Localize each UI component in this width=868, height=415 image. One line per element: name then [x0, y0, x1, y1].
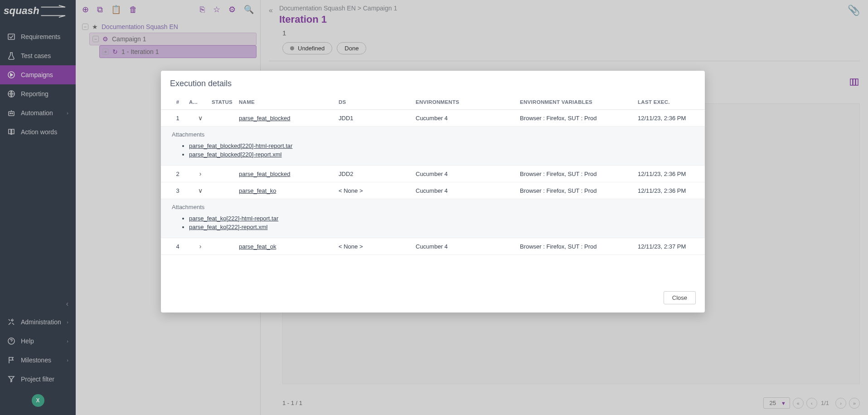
- attachment-item: parse_feat_blocked[220]-html-report.tar: [189, 142, 694, 150]
- row-num: 1: [166, 115, 189, 122]
- attachment-link[interactable]: parse_feat_blocked[220]-report.xml: [189, 151, 282, 158]
- env-cell: Cucumber 4: [416, 171, 520, 177]
- execution-name-link[interactable]: parse_feat_ko: [239, 187, 276, 194]
- attachment-item: parse_feat_blocked[220]-report.xml: [189, 150, 694, 159]
- last-exec-cell: 12/11/23, 2:37 PM: [638, 243, 710, 250]
- attachment-link[interactable]: parse_feat_ko[222]-html-report.tar: [189, 215, 278, 222]
- attachment-link[interactable]: parse_feat_blocked[220]-html-report.tar: [189, 142, 292, 149]
- table-row: 4›parse_feat_ok< None >Cucumber 4Browser…: [161, 238, 705, 255]
- col-last: LAST EXEC.: [638, 99, 710, 105]
- col-envvars: ENVIRONMENT VARIABLES: [520, 99, 638, 105]
- attachment-link[interactable]: parse_feat_ko[222]-report.xml: [189, 224, 267, 230]
- chevron-down-icon[interactable]: ∨: [189, 114, 212, 122]
- name-cell: parse_feat_blocked: [239, 171, 339, 177]
- table-row: 1∨parse_feat_blockedJDD1Cucumber 4Browse…: [161, 110, 705, 127]
- ds-cell: JDD1: [339, 115, 416, 122]
- attachments-block: Attachmentsparse_feat_ko[222]-html-repor…: [161, 199, 705, 238]
- name-cell: parse_feat_ok: [239, 243, 339, 250]
- env-cell: Cucumber 4: [416, 187, 520, 194]
- modal-title: Execution details: [161, 71, 705, 95]
- table-row: 2›parse_feat_blockedJDD2Cucumber 4Browse…: [161, 166, 705, 182]
- col-num: #: [166, 99, 189, 105]
- col-env: ENVIRONMENTS: [416, 99, 520, 105]
- ds-cell: < None >: [339, 243, 416, 250]
- row-num: 4: [166, 243, 189, 250]
- env-cell: Cucumber 4: [416, 243, 520, 250]
- envvars-cell: Browser : Firefox, SUT : Prod: [520, 171, 638, 177]
- modal-footer: Close: [161, 255, 705, 306]
- execution-name-link[interactable]: parse_feat_blocked: [239, 115, 290, 122]
- row-num: 2: [166, 171, 189, 177]
- row-num: 3: [166, 187, 189, 194]
- chevron-down-icon[interactable]: ∨: [189, 187, 212, 194]
- chevron-right-icon[interactable]: ›: [189, 243, 212, 250]
- close-button[interactable]: Close: [664, 291, 696, 304]
- table-body: 1∨parse_feat_blockedJDD1Cucumber 4Browse…: [161, 110, 705, 255]
- envvars-cell: Browser : Firefox, SUT : Prod: [520, 115, 638, 122]
- table-row: 3∨parse_feat_ko< None >Cucumber 4Browser…: [161, 182, 705, 199]
- name-cell: parse_feat_blocked: [239, 115, 339, 122]
- env-cell: Cucumber 4: [416, 115, 520, 122]
- last-exec-cell: 12/11/23, 2:36 PM: [638, 115, 710, 122]
- attachments-label: Attachments: [172, 131, 694, 138]
- name-cell: parse_feat_ko: [239, 187, 339, 194]
- attachment-item: parse_feat_ko[222]-report.xml: [189, 223, 694, 231]
- ds-cell: JDD2: [339, 171, 416, 177]
- attachments-block: Attachmentsparse_feat_blocked[220]-html-…: [161, 127, 705, 166]
- execution-name-link[interactable]: parse_feat_ok: [239, 243, 276, 250]
- chevron-right-icon[interactable]: ›: [189, 170, 212, 177]
- execution-name-link[interactable]: parse_feat_blocked: [239, 171, 290, 177]
- execution-table: # A... STATUS NAME DS ENVIRONMENTS ENVIR…: [161, 95, 705, 255]
- envvars-cell: Browser : Firefox, SUT : Prod: [520, 187, 638, 194]
- last-exec-cell: 12/11/23, 2:36 PM: [638, 171, 710, 177]
- attachment-item: parse_feat_ko[222]-html-report.tar: [189, 214, 694, 223]
- table-header: # A... STATUS NAME DS ENVIRONMENTS ENVIR…: [161, 95, 705, 110]
- execution-details-modal: Execution details # A... STATUS NAME DS …: [161, 71, 705, 312]
- ds-cell: < None >: [339, 187, 416, 194]
- col-name: NAME: [239, 99, 339, 105]
- attachments-label: Attachments: [172, 204, 694, 210]
- col-att: A...: [189, 99, 212, 105]
- col-ds: DS: [339, 99, 416, 105]
- last-exec-cell: 12/11/23, 2:36 PM: [638, 187, 710, 194]
- envvars-cell: Browser : Firefox, SUT : Prod: [520, 243, 638, 250]
- col-status: STATUS: [212, 99, 239, 105]
